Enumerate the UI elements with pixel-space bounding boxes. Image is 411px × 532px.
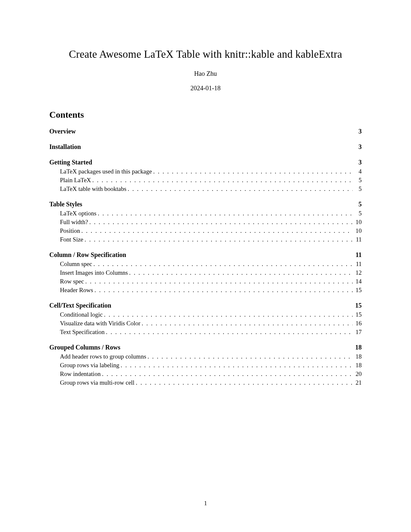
toc-sub-label: Full width?: [60, 219, 88, 225]
document-page: Create Awesome LaTeX Table with knitr::k…: [49, 48, 362, 395]
toc-section-page: 15: [354, 302, 362, 309]
toc-section-row[interactable]: Column / Row Specification11: [49, 251, 362, 258]
toc-section-label: Getting Started: [49, 159, 92, 165]
toc-sub-row[interactable]: LaTeX table with booktabs5: [60, 186, 362, 192]
toc-sub-label: Text Specification: [60, 329, 104, 335]
toc-sub-page: 21: [354, 379, 362, 386]
toc-sub-row[interactable]: Add header rows to group columns18: [60, 353, 362, 360]
toc-sub-row[interactable]: Insert Images into Columns12: [60, 270, 362, 276]
toc-leader-dots: [153, 168, 353, 174]
toc-sub-page: 14: [354, 278, 362, 284]
toc-section-label: Overview: [49, 128, 76, 134]
toc-section-label: Grouped Columns / Rows: [49, 344, 120, 350]
toc-sub-row[interactable]: Group rows via multi-row cell21: [60, 379, 362, 386]
toc-section-row[interactable]: Installation3: [49, 143, 362, 150]
toc-sub-label: LaTeX table with booktabs: [60, 186, 126, 192]
toc-sub-page: 11: [354, 236, 362, 242]
toc-leader-dots: [136, 379, 353, 386]
toc-section-row[interactable]: Overview3: [49, 128, 362, 134]
toc-sub-row[interactable]: Column spec11: [60, 261, 362, 267]
table-of-contents: Overview3Installation3Getting Started3La…: [49, 128, 362, 386]
toc-section-row[interactable]: Getting Started3: [49, 159, 362, 165]
toc-sub-page: 5: [354, 186, 362, 192]
toc-section: Cell/Text Specification15Conditional log…: [49, 302, 362, 335]
toc-sub-label: Position: [60, 228, 80, 234]
toc-leader-dots: [128, 186, 353, 192]
toc-sub-label: Insert Images into Columns: [60, 270, 128, 276]
toc-section-page: 5: [354, 201, 362, 207]
toc-sub-page: 5: [354, 210, 362, 216]
toc-leader-dots: [85, 278, 353, 284]
toc-sub-row[interactable]: Header Rows15: [60, 287, 362, 293]
toc-sub-row[interactable]: Visualize data with Viridis Color16: [60, 320, 362, 326]
toc-section: Overview3: [49, 128, 362, 134]
toc-leader-dots: [98, 210, 353, 216]
toc-section-page: 18: [354, 344, 362, 350]
toc-sub-label: LaTeX options: [60, 210, 96, 216]
toc-section-page: 11: [354, 251, 362, 258]
toc-section-row[interactable]: Grouped Columns / Rows18: [49, 344, 362, 350]
toc-sub-label: Font Size: [60, 236, 83, 242]
toc-leader-dots: [92, 177, 353, 183]
toc-leader-dots: [129, 270, 353, 276]
toc-sub-row[interactable]: LaTeX options5: [60, 210, 362, 216]
toc-sub-row[interactable]: Conditional logic15: [60, 311, 362, 318]
toc-sub-row[interactable]: Row spec14: [60, 278, 362, 284]
toc-leader-dots: [104, 311, 353, 318]
document-date: 2024-01-18: [49, 84, 362, 92]
toc-section-page: 3: [354, 128, 362, 134]
toc-sub-page: 18: [354, 353, 362, 360]
toc-section: Getting Started3LaTeX packages used in t…: [49, 159, 362, 192]
toc-leader-dots: [148, 353, 353, 360]
toc-leader-dots: [89, 219, 353, 225]
toc-sub-label: Conditional logic: [60, 311, 103, 318]
toc-sub-label: LaTeX packages used in this package: [60, 168, 152, 174]
toc-section-page: 3: [354, 143, 362, 150]
toc-section: Installation3: [49, 143, 362, 150]
toc-section-page: 3: [354, 159, 362, 165]
toc-section-label: Table Styles: [49, 201, 82, 207]
toc-sub-row[interactable]: Font Size11: [60, 236, 362, 242]
toc-leader-dots: [121, 362, 353, 368]
toc-sub-label: Group rows via multi-row cell: [60, 379, 134, 386]
toc-section-row[interactable]: Table Styles5: [49, 201, 362, 207]
toc-sub-page: 15: [354, 287, 362, 293]
toc-leader-dots: [94, 287, 353, 293]
toc-sub-row[interactable]: Group rows via labeling18: [60, 362, 362, 368]
toc-sub-row[interactable]: Plain LaTeX5: [60, 177, 362, 183]
toc-sub-row[interactable]: Row indentation20: [60, 371, 362, 377]
toc-sub-label: Row spec: [60, 278, 84, 284]
toc-sub-page: 17: [354, 329, 362, 335]
toc-leader-dots: [81, 228, 353, 234]
toc-sub-row[interactable]: Text Specification17: [60, 329, 362, 335]
toc-sub-page: 18: [354, 362, 362, 368]
toc-leader-dots: [142, 320, 353, 326]
document-title: Create Awesome LaTeX Table with knitr::k…: [49, 48, 362, 60]
toc-sub-row[interactable]: LaTeX packages used in this package4: [60, 168, 362, 174]
toc-sub-label: Add header rows to group columns: [60, 353, 146, 360]
toc-section-row[interactable]: Cell/Text Specification15: [49, 302, 362, 309]
toc-sub-row[interactable]: Position10: [60, 228, 362, 234]
toc-sub-page: 5: [354, 177, 362, 183]
toc-sub-label: Plain LaTeX: [60, 177, 91, 183]
toc-section: Grouped Columns / Rows18Add header rows …: [49, 344, 362, 386]
toc-sub-page: 4: [354, 168, 362, 174]
toc-sub-label: Group rows via labeling: [60, 362, 119, 368]
toc-sub-page: 16: [354, 320, 362, 326]
toc-section-label: Installation: [49, 143, 81, 150]
contents-heading: Contents: [49, 110, 362, 120]
toc-leader-dots: [93, 261, 353, 267]
toc-leader-dots: [106, 329, 353, 335]
document-author: Hao Zhu: [49, 70, 362, 77]
toc-sub-row[interactable]: Full width?10: [60, 219, 362, 225]
page-number: 1: [0, 500, 411, 507]
toc-sub-label: Column spec: [60, 261, 92, 267]
toc-leader-dots: [102, 371, 353, 377]
toc-sub-page: 12: [354, 270, 362, 276]
toc-sub-page: 11: [354, 261, 362, 267]
toc-sub-label: Header Rows: [60, 287, 93, 293]
toc-leader-dots: [84, 236, 353, 242]
toc-section-label: Column / Row Specification: [49, 251, 126, 258]
toc-sub-page: 20: [354, 371, 362, 377]
toc-sub-label: Visualize data with Viridis Color: [60, 320, 141, 326]
